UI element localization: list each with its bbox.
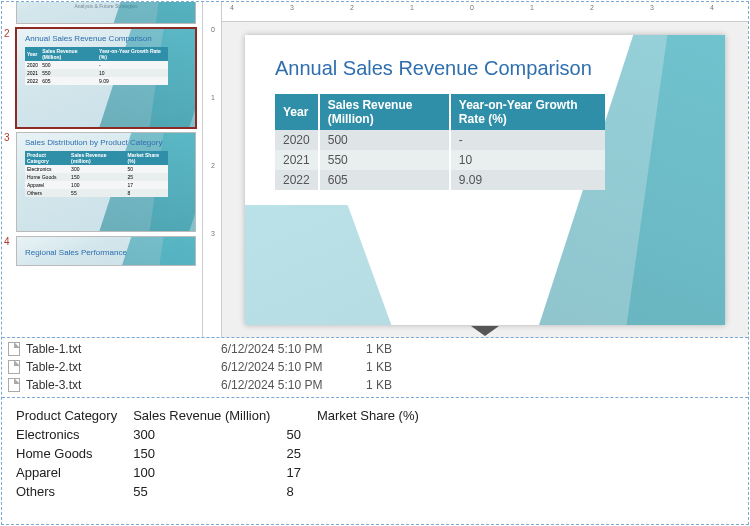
preview-header-row: Product CategorySales Revenue (Million)M… bbox=[16, 408, 433, 425]
file-preview-pane: Product CategorySales Revenue (Million)M… bbox=[2, 398, 748, 524]
thumb-number: 4 bbox=[4, 236, 10, 247]
file-size: 1 KB bbox=[366, 360, 392, 374]
file-row[interactable]: Table-2.txt 6/12/2024 5:10 PM 1 KB bbox=[8, 358, 742, 376]
thumb-table: YearSales Revenue (Million)Year-on-Year … bbox=[25, 47, 168, 85]
file-size: 1 KB bbox=[366, 378, 392, 392]
file-name: Table-1.txt bbox=[26, 342, 221, 356]
text-file-icon bbox=[8, 360, 20, 374]
file-date: 6/12/2024 5:10 PM bbox=[221, 378, 366, 392]
splitter-handle-icon[interactable] bbox=[471, 326, 499, 337]
main-slide[interactable]: Annual Sales Revenue Comparison Year Sal… bbox=[245, 35, 725, 325]
preview-table: Product CategorySales Revenue (Million)M… bbox=[14, 406, 435, 502]
vertical-ruler: 0 1 2 3 bbox=[202, 2, 222, 337]
preview-row: Others558 bbox=[16, 484, 433, 501]
col-revenue: Sales Revenue (Million) bbox=[319, 94, 450, 130]
thumbnail-slide-4[interactable]: 4 Regional Sales Performance bbox=[2, 234, 202, 268]
thumb-title: Annual Sales Revenue Comparison bbox=[25, 35, 187, 44]
file-row[interactable]: Table-1.txt 6/12/2024 5:10 PM 1 KB bbox=[8, 340, 742, 358]
slide-table[interactable]: Year Sales Revenue (Million) Year-on-Yea… bbox=[275, 94, 605, 190]
table-header-row: Year Sales Revenue (Million) Year-on-Yea… bbox=[275, 94, 605, 130]
file-name: Table-2.txt bbox=[26, 360, 221, 374]
table-row: 20226059.09 bbox=[275, 170, 605, 190]
file-date: 6/12/2024 5:10 PM bbox=[221, 342, 366, 356]
col-year: Year bbox=[275, 94, 319, 130]
svg-marker-0 bbox=[471, 326, 499, 336]
thumb-title: Sales Distribution by Product Category bbox=[25, 139, 187, 148]
thumb-title: Regional Sales Performance bbox=[25, 249, 187, 258]
col-growth: Year-on-Year Growth Rate (%) bbox=[450, 94, 605, 130]
text-file-icon bbox=[8, 378, 20, 392]
thumbnail-slide-1[interactable]: Annual Sales Report Overview Analysis & … bbox=[2, 2, 202, 26]
preview-row: Home Goods15025 bbox=[16, 446, 433, 463]
slide-thumbnails-panel[interactable]: Annual Sales Report Overview Analysis & … bbox=[2, 2, 202, 337]
thumb-table: Product CategorySales Revenue (million)M… bbox=[25, 151, 168, 197]
slide-canvas-wrap: 4 3 2 1 0 1 2 3 4 Annual Sales Revenue C… bbox=[222, 2, 748, 337]
thumbnail-canvas: Annual Sales Report Overview Analysis & … bbox=[16, 2, 196, 24]
thumb-number: 3 bbox=[4, 132, 10, 143]
table-row: 2020500- bbox=[275, 130, 605, 150]
app-root: Annual Sales Report Overview Analysis & … bbox=[1, 1, 749, 525]
file-date: 6/12/2024 5:10 PM bbox=[221, 360, 366, 374]
thumb-number: 2 bbox=[4, 28, 10, 39]
slide-canvas[interactable]: Annual Sales Revenue Comparison Year Sal… bbox=[222, 22, 748, 337]
presentation-pane: Annual Sales Report Overview Analysis & … bbox=[2, 2, 748, 338]
file-name: Table-3.txt bbox=[26, 378, 221, 392]
preview-row: Electronics30050 bbox=[16, 427, 433, 444]
preview-row: Apparel10017 bbox=[16, 465, 433, 482]
horizontal-ruler: 4 3 2 1 0 1 2 3 4 bbox=[222, 2, 748, 22]
text-file-icon bbox=[8, 342, 20, 356]
file-size: 1 KB bbox=[366, 342, 392, 356]
file-row[interactable]: Table-3.txt 6/12/2024 5:10 PM 1 KB bbox=[8, 376, 742, 394]
thumbnail-slide-3[interactable]: 3 Sales Distribution by Product Category… bbox=[2, 130, 202, 234]
table-row: 202155010 bbox=[275, 150, 605, 170]
thumbnail-canvas: Sales Distribution by Product Category P… bbox=[16, 132, 196, 232]
slide-title[interactable]: Annual Sales Revenue Comparison bbox=[275, 57, 695, 80]
thumbnail-slide-2[interactable]: 2 Annual Sales Revenue Comparison YearSa… bbox=[2, 26, 202, 130]
thumbnail-canvas: Regional Sales Performance bbox=[16, 236, 196, 266]
thumbnail-canvas: Annual Sales Revenue Comparison YearSale… bbox=[16, 28, 196, 128]
file-list-pane: Table-1.txt 6/12/2024 5:10 PM 1 KB Table… bbox=[2, 338, 748, 398]
